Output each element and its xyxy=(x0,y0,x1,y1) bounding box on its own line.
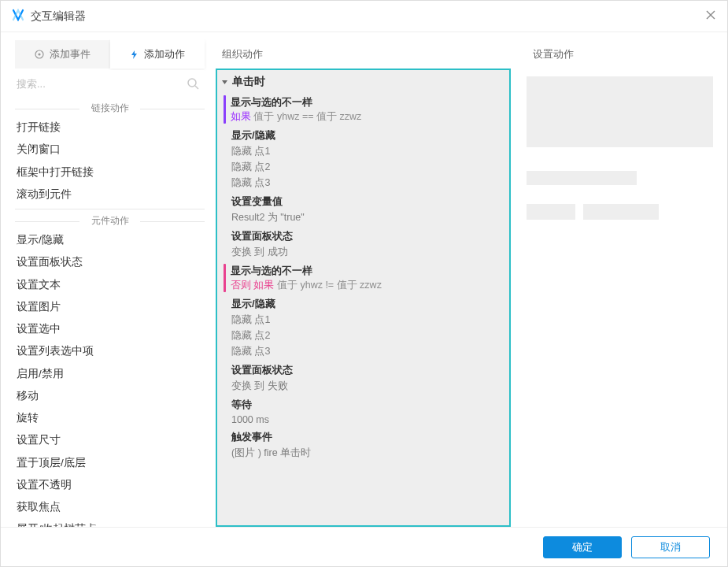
placeholder-bar xyxy=(527,171,637,185)
organize-tree[interactable]: 单击时 显示与选的不一样 如果 值于 yhwz == 值于 zzwz xyxy=(216,69,511,527)
tab-label: 添加事件 xyxy=(50,47,91,61)
list-item[interactable]: 设置不透明 xyxy=(15,474,205,496)
search-input[interactable] xyxy=(15,73,187,94)
ok-button[interactable]: 确定 xyxy=(543,536,622,558)
left-panel: 添加事件 添加动作 链接动作 打开链接 关闭窗口 框架中 xyxy=(15,40,205,527)
configure-header: 设置动作 xyxy=(527,40,713,69)
placeholder-small xyxy=(583,204,659,220)
svg-point-2 xyxy=(188,79,196,87)
action-entry[interactable]: 设置面板状态 变换 到 成功 xyxy=(231,229,509,259)
list-item[interactable]: 设置面板状态 xyxy=(15,251,205,273)
list-item[interactable]: 设置选中 xyxy=(15,318,205,340)
placeholder-small xyxy=(527,204,575,220)
titlebar: 交互编辑器 xyxy=(1,1,727,32)
event-row[interactable]: 单击时 xyxy=(217,70,509,94)
tab-label: 添加动作 xyxy=(144,47,185,61)
case-color-bar xyxy=(224,95,226,124)
action-entry[interactable]: 显示/隐藏 隐藏 点1 隐藏 点2 隐藏 点3 xyxy=(231,128,509,190)
case-condition: 如果 值于 yhwz == 值于 zzwz xyxy=(231,110,361,124)
action-entry[interactable]: 等待 1000 ms xyxy=(231,398,509,425)
tab-add-event[interactable]: 添加事件 xyxy=(15,40,110,69)
tab-add-action[interactable]: 添加动作 xyxy=(110,40,205,69)
list-item[interactable]: 设置列表选中项 xyxy=(15,340,205,362)
case-block[interactable]: 显示与选的不一样 否则 如果 值于 yhwz != 值于 zzwz 显示/隐藏 … xyxy=(224,264,509,460)
list-item[interactable]: 设置图片 xyxy=(15,296,205,318)
svg-point-1 xyxy=(39,53,41,55)
footer: 确定 取消 xyxy=(1,527,727,566)
list-item[interactable]: 设置尺寸 xyxy=(15,429,205,451)
list-item[interactable]: 关闭窗口 xyxy=(15,139,205,161)
list-item[interactable]: 打开链接 xyxy=(15,117,205,139)
case-title: 显示与选的不一样 xyxy=(231,264,382,278)
action-entry[interactable]: 设置面板状态 变换 到 失败 xyxy=(231,363,509,393)
list-item[interactable]: 获取焦点 xyxy=(15,496,205,518)
left-tabs: 添加事件 添加动作 xyxy=(15,40,205,69)
group-label-widget: 元件动作 xyxy=(15,214,205,228)
action-list: 链接动作 打开链接 关闭窗口 框架中打开链接 滚动到元件 元件动作 显示/隐藏 … xyxy=(15,97,205,527)
search-icon xyxy=(187,77,200,91)
placeholder-box xyxy=(527,76,713,147)
app-logo-icon xyxy=(12,9,24,24)
cancel-button[interactable]: 取消 xyxy=(631,536,710,558)
case-color-bar xyxy=(224,264,226,292)
list-item[interactable]: 展开/收起树节点 xyxy=(15,518,205,527)
action-entry[interactable]: 触发事件 (图片 ) fire 单击时 xyxy=(231,430,509,460)
list-item[interactable]: 滚动到元件 xyxy=(15,183,205,206)
list-item[interactable]: 置于顶层/底层 xyxy=(15,452,205,474)
action-entry[interactable]: 设置变量值 Result2 为 "true" xyxy=(231,195,509,224)
organize-header: 组织动作 xyxy=(216,40,511,69)
right-panel: 设置动作 xyxy=(527,40,713,527)
list-item[interactable]: 显示/隐藏 xyxy=(15,229,205,251)
action-entry[interactable]: 显示/隐藏 隐藏 点1 隐藏 点2 隐藏 点3 xyxy=(231,297,509,358)
list-item[interactable]: 旋转 xyxy=(15,407,205,429)
close-icon[interactable] xyxy=(705,9,716,23)
svg-line-3 xyxy=(195,86,198,89)
list-item[interactable]: 启用/禁用 xyxy=(15,363,205,385)
case-title: 显示与选的不一样 xyxy=(231,95,361,109)
window-title: 交互编辑器 xyxy=(31,9,705,24)
lightning-icon xyxy=(129,50,139,60)
caret-down-icon xyxy=(220,78,229,87)
separator xyxy=(15,209,205,209)
list-item[interactable]: 框架中打开链接 xyxy=(15,161,205,183)
list-item[interactable]: 设置文本 xyxy=(15,274,205,296)
event-name: 单击时 xyxy=(232,75,265,89)
case-block[interactable]: 显示与选的不一样 如果 值于 yhwz == 值于 zzwz 显示/隐藏 隐藏 … xyxy=(224,95,509,259)
middle-panel: 组织动作 单击时 显示与选的不一样 如果 xyxy=(216,40,511,527)
case-condition: 否则 如果 值于 yhwz != 值于 zzwz xyxy=(231,279,382,292)
list-item[interactable]: 移动 xyxy=(15,385,205,407)
group-label-link: 链接动作 xyxy=(15,102,205,115)
search-box[interactable] xyxy=(15,70,205,97)
target-icon xyxy=(34,49,45,60)
